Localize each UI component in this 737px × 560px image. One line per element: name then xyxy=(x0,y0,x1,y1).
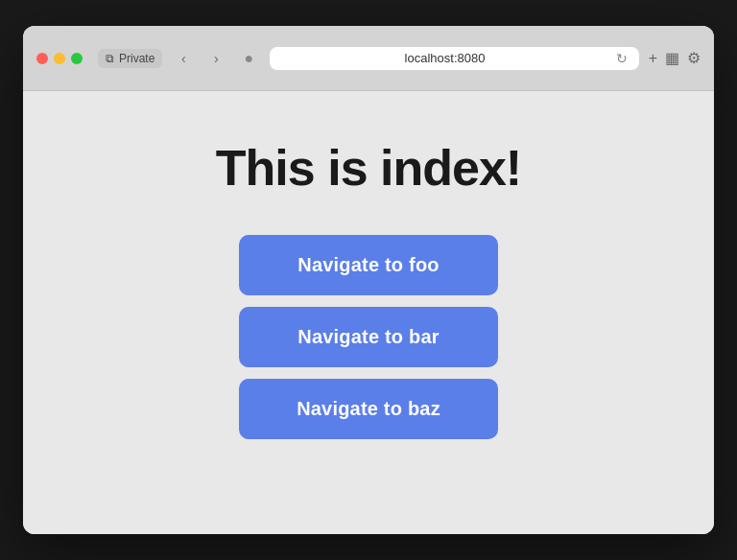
browser-toolbar: ⧉ Private ‹ › ● localhost:8080 ↻ + ▦ ⚙ xyxy=(23,26,714,90)
forward-button[interactable]: › xyxy=(204,47,227,70)
refresh-button[interactable]: ↻ xyxy=(616,51,628,66)
navigate-bar-button[interactable]: Navigate to bar xyxy=(239,307,498,367)
browser-content: This is index! Navigate to foo Navigate … xyxy=(23,91,714,534)
settings-icon[interactable]: ⚙ xyxy=(687,49,701,67)
maximize-button[interactable] xyxy=(71,53,83,64)
new-tab-icon[interactable]: + xyxy=(649,50,657,67)
close-button[interactable] xyxy=(36,53,48,64)
browser-window: ⧉ Private ‹ › ● localhost:8080 ↻ + ▦ ⚙ T… xyxy=(23,26,714,534)
navigate-foo-button[interactable]: Navigate to foo xyxy=(239,235,498,295)
minimize-button[interactable] xyxy=(54,53,65,64)
shield-icon: ● xyxy=(237,47,260,70)
toolbar-actions: + ▦ ⚙ xyxy=(649,49,701,67)
tabs-icon[interactable]: ▦ xyxy=(665,49,679,67)
tab-icon: ⧉ xyxy=(106,52,114,65)
tab-label: Private xyxy=(119,52,155,65)
address-bar[interactable]: localhost:8080 ↻ xyxy=(270,47,638,70)
traffic-lights xyxy=(36,53,83,64)
browser-chrome: ⧉ Private ‹ › ● localhost:8080 ↻ + ▦ ⚙ xyxy=(23,26,714,91)
page-title: This is index! xyxy=(216,139,521,197)
back-button[interactable]: ‹ xyxy=(172,47,195,70)
navigate-baz-button[interactable]: Navigate to baz xyxy=(239,379,498,439)
tab-indicator: ⧉ Private xyxy=(98,49,162,68)
address-text: localhost:8080 xyxy=(281,51,607,65)
nav-buttons: Navigate to foo Navigate to bar Navigate… xyxy=(239,235,498,439)
